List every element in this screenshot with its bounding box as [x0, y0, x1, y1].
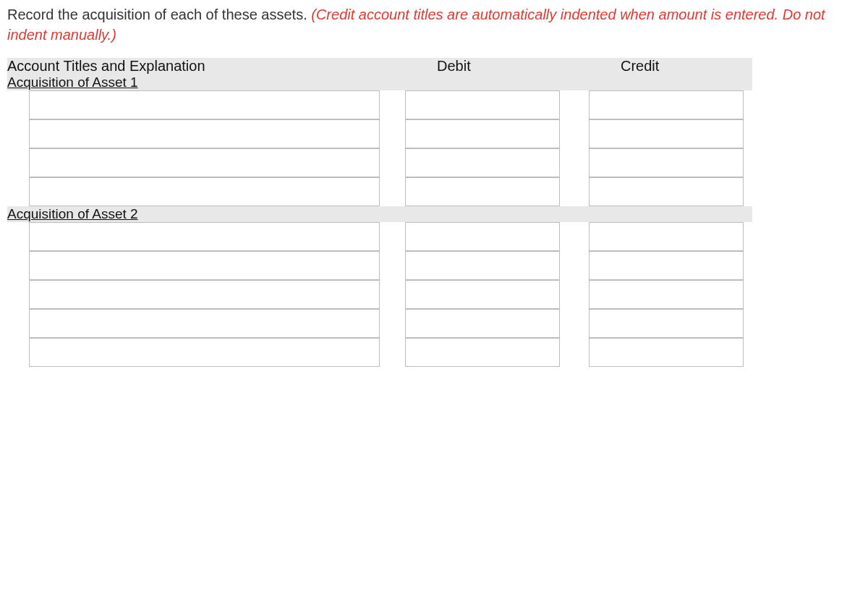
- table-row: [7, 148, 752, 177]
- credit-input[interactable]: [589, 148, 744, 177]
- journal-table: Account Titles and Explanation Debit Cre…: [7, 58, 752, 367]
- debit-input[interactable]: [405, 177, 560, 206]
- credit-input[interactable]: [589, 280, 744, 309]
- debit-input[interactable]: [405, 119, 560, 148]
- table-row: [7, 251, 752, 280]
- header-debit: Debit: [405, 58, 569, 75]
- credit-input[interactable]: [589, 338, 744, 367]
- section-title: Acquisition of Asset 1: [7, 75, 752, 90]
- table-row: [7, 177, 752, 206]
- debit-input[interactable]: [405, 90, 560, 119]
- credit-input[interactable]: [589, 251, 744, 280]
- section-heading: Acquisition of Asset 2: [7, 206, 752, 222]
- table-row: [7, 338, 752, 367]
- debit-input[interactable]: [405, 309, 560, 338]
- table-row: [7, 119, 752, 148]
- account-input[interactable]: [29, 338, 380, 367]
- account-input[interactable]: [29, 177, 380, 206]
- account-input[interactable]: [29, 148, 380, 177]
- header-row: Account Titles and Explanation Debit Cre…: [7, 58, 752, 75]
- debit-input[interactable]: [405, 222, 560, 251]
- table-row: [7, 222, 752, 251]
- section-title: Acquisition of Asset 2: [7, 206, 752, 222]
- instructions-plain: Record the acquisition of each of these …: [7, 7, 311, 22]
- debit-input[interactable]: [405, 148, 560, 177]
- credit-input[interactable]: [589, 222, 744, 251]
- header-credit: Credit: [589, 58, 752, 75]
- section-heading: Acquisition of Asset 1: [7, 75, 752, 90]
- debit-input[interactable]: [405, 251, 560, 280]
- table-row: [7, 90, 752, 119]
- credit-input[interactable]: [589, 119, 744, 148]
- account-input[interactable]: [29, 280, 380, 309]
- credit-input[interactable]: [589, 90, 744, 119]
- account-input[interactable]: [29, 309, 380, 338]
- account-input[interactable]: [29, 119, 380, 148]
- instructions: Record the acquisition of each of these …: [7, 4, 861, 45]
- table-row: [7, 280, 752, 309]
- account-input[interactable]: [29, 90, 380, 119]
- account-input[interactable]: [29, 222, 380, 251]
- credit-input[interactable]: [589, 309, 744, 338]
- credit-input[interactable]: [589, 177, 744, 206]
- table-row: [7, 309, 752, 338]
- debit-input[interactable]: [405, 280, 560, 309]
- header-account: Account Titles and Explanation: [7, 58, 385, 75]
- account-input[interactable]: [29, 251, 380, 280]
- debit-input[interactable]: [405, 338, 560, 367]
